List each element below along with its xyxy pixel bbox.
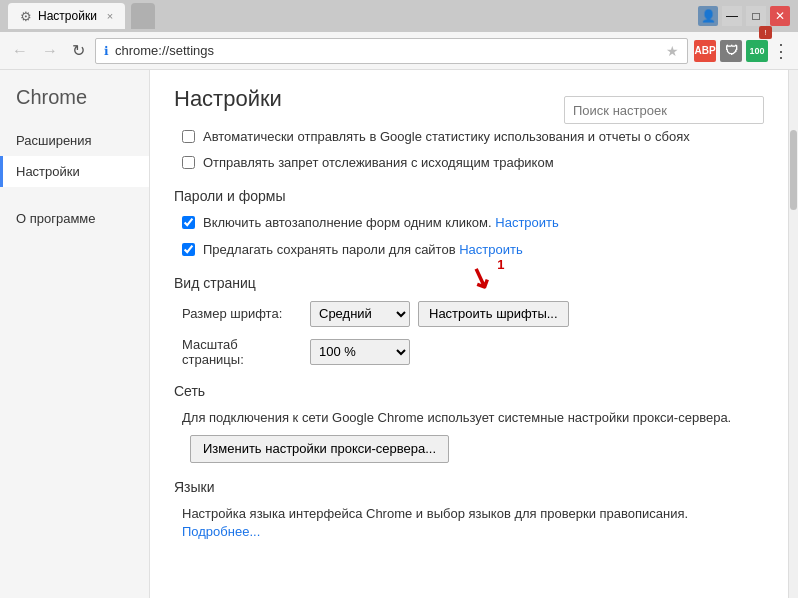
extension-icons: ABP 🛡 100 ! ⋮ bbox=[694, 40, 790, 62]
network-section-title: Сеть bbox=[174, 383, 764, 399]
forward-button[interactable]: → bbox=[38, 40, 62, 62]
url-info-icon: ℹ bbox=[104, 44, 109, 58]
flag-badge: ! bbox=[759, 26, 772, 39]
passwords-section-title: Пароли и формы bbox=[174, 188, 764, 204]
savepasswords-configure-link[interactable]: Настроить bbox=[459, 242, 523, 257]
autofill-label: Включить автозаполнение форм одним клико… bbox=[203, 214, 559, 232]
configure-fonts-button[interactable]: Настроить шрифты... bbox=[418, 301, 569, 327]
flag-icon[interactable]: 100 bbox=[746, 40, 768, 62]
maximize-button[interactable]: □ bbox=[746, 6, 766, 26]
stats-label: Автоматически отправлять в Google статис… bbox=[203, 128, 690, 146]
window-controls: 👤 — □ ✕ bbox=[698, 6, 790, 26]
zoom-select[interactable]: 100 % bbox=[310, 339, 410, 365]
savepasswords-row: Предлагать сохранять пароли для сайтов Н… bbox=[174, 241, 764, 259]
inactive-tab[interactable] bbox=[131, 3, 155, 29]
address-bar: ← → ↻ ℹ chrome://settings ★ ABP 🛡 100 ! … bbox=[0, 32, 798, 70]
scrollbar[interactable] bbox=[788, 70, 798, 598]
sidebar: Chrome Расширения Настройки О программе bbox=[0, 70, 150, 598]
main-layout: Chrome Расширения Настройки О программе … bbox=[0, 70, 798, 598]
search-input[interactable] bbox=[564, 96, 764, 124]
title-bar-left: ⚙ Настройки × bbox=[8, 3, 155, 29]
languages-section-title: Языки bbox=[174, 479, 764, 495]
url-text: chrome://settings bbox=[115, 43, 660, 58]
autofill-row: Включить автозаполнение форм одним клико… bbox=[174, 214, 764, 232]
zoom-label: Масштаб страницы: bbox=[182, 337, 302, 367]
autofill-configure-link[interactable]: Настроить bbox=[495, 215, 559, 230]
back-button[interactable]: ← bbox=[8, 40, 32, 62]
reload-button[interactable]: ↻ bbox=[68, 39, 89, 62]
scrollbar-thumb[interactable] bbox=[790, 130, 797, 210]
font-size-label: Размер шрифта: bbox=[182, 306, 302, 321]
sidebar-spacer bbox=[0, 187, 149, 203]
bookmark-icon[interactable]: ★ bbox=[666, 43, 679, 59]
checkbox-stats-row: Автоматически отправлять в Google статис… bbox=[174, 128, 764, 146]
stats-checkbox[interactable] bbox=[182, 130, 195, 143]
arrow-annotation: Настроить ↘ 1 bbox=[459, 241, 523, 259]
adblock-plus-icon[interactable]: ABP bbox=[694, 40, 716, 62]
dnt-label: Отправлять запрет отслеживания с исходящ… bbox=[203, 154, 554, 172]
shield-icon[interactable]: 🛡 bbox=[720, 40, 742, 62]
sidebar-brand: Chrome bbox=[0, 86, 149, 125]
active-tab[interactable]: ⚙ Настройки × bbox=[8, 3, 125, 29]
flag-icon-wrapper: 100 ! bbox=[746, 40, 768, 62]
title-bar: ⚙ Настройки × 👤 — □ ✕ bbox=[0, 0, 798, 32]
title-row: Настройки bbox=[174, 86, 764, 128]
font-size-row: Размер шрифта: Средний Настроить шрифты.… bbox=[174, 301, 764, 327]
font-size-select[interactable]: Средний bbox=[310, 301, 410, 327]
sidebar-item-extensions[interactable]: Расширения bbox=[0, 125, 149, 156]
autofill-checkbox[interactable] bbox=[182, 216, 195, 229]
user-button[interactable]: 👤 bbox=[698, 6, 718, 26]
arrow-number: 1 bbox=[497, 256, 504, 274]
sidebar-item-about[interactable]: О программе bbox=[0, 203, 149, 234]
url-bar[interactable]: ℹ chrome://settings ★ bbox=[95, 38, 688, 64]
dnt-checkbox[interactable] bbox=[182, 156, 195, 169]
sidebar-item-settings[interactable]: Настройки bbox=[0, 156, 149, 187]
checkbox-dnt-row: Отправлять запрет отслеживания с исходящ… bbox=[174, 154, 764, 172]
proxy-settings-button[interactable]: Изменить настройки прокси-сервера... bbox=[190, 435, 449, 463]
network-description: Для подключения к сети Google Chrome исп… bbox=[174, 409, 764, 427]
settings-icon: ⚙ bbox=[20, 9, 32, 24]
proxy-btn-container: Изменить настройки прокси-сервера... bbox=[174, 435, 764, 463]
tab-title: Настройки bbox=[38, 9, 97, 23]
close-button[interactable]: ✕ bbox=[770, 6, 790, 26]
savepasswords-checkbox[interactable] bbox=[182, 243, 195, 256]
languages-more-link[interactable]: Подробнее... bbox=[182, 524, 260, 539]
zoom-row: Масштаб страницы: 100 % bbox=[174, 337, 764, 367]
content-area: Настройки Автоматически отправлять в Goo… bbox=[150, 70, 788, 598]
languages-description: Настройка языка интерфейса Chrome и выбо… bbox=[174, 505, 764, 541]
tab-close-button[interactable]: × bbox=[107, 10, 113, 22]
savepasswords-label: Предлагать сохранять пароли для сайтов Н… bbox=[203, 241, 523, 259]
minimize-button[interactable]: — bbox=[722, 6, 742, 26]
menu-icon[interactable]: ⋮ bbox=[772, 40, 790, 62]
